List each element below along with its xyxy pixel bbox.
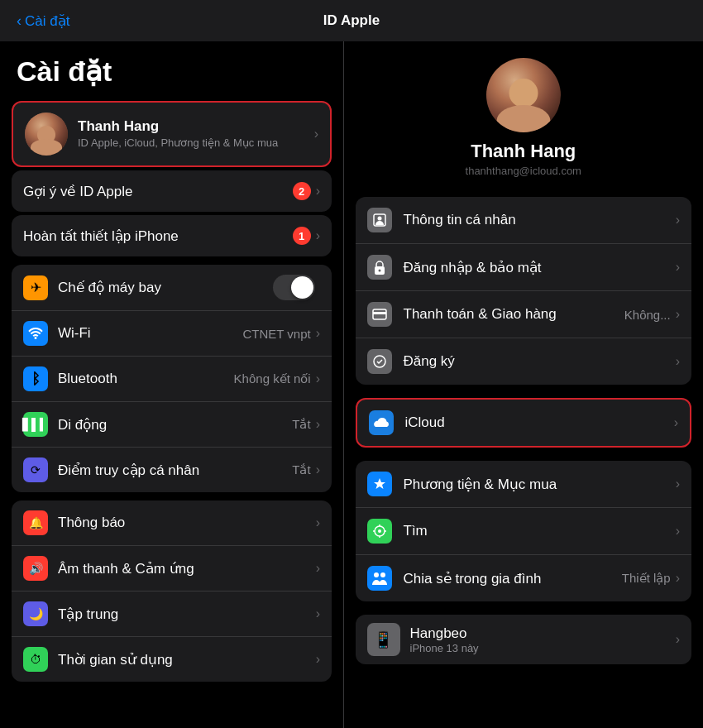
top-nav-bar: ‹ Cài đặt ID Apple: [0, 0, 703, 41]
icloud-chevron-icon: ›: [674, 415, 678, 430]
payment-label: Thanh toán & Giao hàng: [404, 306, 624, 323]
find-row[interactable]: Tìm ›: [356, 508, 692, 555]
notifications-group: 🔔 Thông báo › 🔊 Âm thanh & Cảm ứng › 🌙 T…: [12, 500, 332, 682]
subscription-row[interactable]: Đăng ký ›: [356, 338, 692, 385]
personal-info-label: Thông tin cá nhân: [404, 212, 676, 228]
airplane-row[interactable]: ✈ Chế độ máy bay: [12, 265, 332, 311]
media-row[interactable]: Phương tiện & Mục mua ›: [356, 461, 692, 508]
appstore-icon: [367, 472, 392, 496]
suggestion-row[interactable]: Gợi ý về ID Apple 2 ›: [12, 170, 332, 212]
page-title: Cài đặt: [0, 55, 343, 101]
icloud-icon: [369, 410, 394, 435]
services-section: Phương tiện & Mục mua › Tìm ›: [356, 461, 692, 601]
subscribe-svg: [372, 354, 387, 369]
bluetooth-value: Không kết nối: [234, 371, 311, 386]
setup-label: Hoàn tất thiết lập iPhone: [23, 228, 293, 245]
svg-point-1: [377, 217, 381, 221]
notification-label: Thông báo: [58, 515, 316, 531]
device-model: iPhone 13 này: [410, 642, 676, 654]
media-chevron-icon: ›: [676, 477, 680, 491]
screentime-icon: ⏱: [23, 647, 48, 672]
wifi-icon: [23, 321, 48, 346]
login-security-chevron-icon: ›: [676, 260, 680, 275]
hotspot-icon: ⟳: [23, 457, 48, 482]
find-icon: [367, 519, 392, 544]
hotspot-row[interactable]: ⟳ Điểm truy cập cá nhân Tắt ›: [12, 448, 332, 492]
setup-row[interactable]: Hoàn tất thiết lập iPhone 1 ›: [12, 215, 332, 256]
cellular-value: Tắt: [292, 417, 310, 432]
profile-subtitle: ID Apple, iCloud, Phương tiện & Mục mua: [78, 136, 314, 151]
subscription-chevron-icon: ›: [676, 354, 680, 369]
back-label: Cài đặt: [25, 12, 69, 30]
setup-chevron-icon: ›: [316, 228, 320, 243]
bluetooth-row[interactable]: ᛒ Bluetooth Không kết nối ›: [12, 357, 332, 402]
person-svg: [372, 213, 387, 228]
wifi-svg: [28, 326, 43, 341]
cellular-row[interactable]: ▋▌▍ Di động Tắt ›: [12, 402, 332, 448]
focus-label: Tập trung: [58, 606, 316, 623]
setup-badge: 1: [293, 227, 311, 245]
wifi-row[interactable]: Wi-Fi CTNET vnpt ›: [12, 311, 332, 357]
svg-point-3: [378, 270, 380, 272]
find-svg: [372, 524, 387, 539]
suggestion-badge: 2: [293, 182, 311, 200]
sound-icon: 🔊: [23, 556, 48, 581]
right-profile-email: thanhthang@icloud.com: [466, 165, 581, 177]
cellular-chevron-icon: ›: [316, 417, 320, 432]
card-icon: [367, 302, 392, 327]
back-button[interactable]: ‹ Cài đặt: [17, 12, 69, 30]
screentime-row[interactable]: ⏱ Thời gian sử dụng ›: [12, 637, 332, 682]
lock-svg: [373, 260, 386, 275]
subscribe-icon: [367, 349, 392, 374]
bluetooth-label: Bluetooth: [58, 371, 234, 387]
icloud-row[interactable]: iCloud ›: [357, 400, 691, 446]
subscription-label: Đăng ký: [404, 353, 676, 370]
icloud-svg: [372, 416, 390, 429]
svg-point-10: [380, 572, 385, 577]
notification-chevron-icon: ›: [316, 515, 320, 530]
nav-title: ID Apple: [323, 12, 380, 29]
family-label: Chia sẻ trong gia đình: [404, 570, 622, 587]
airplane-toggle[interactable]: [273, 275, 315, 300]
profile-name: Thanh Hang: [78, 118, 314, 135]
family-icon: [367, 566, 392, 591]
icloud-label: iCloud: [405, 414, 674, 431]
svg-point-8: [378, 529, 381, 533]
login-security-row[interactable]: Đăng nhập & bảo mật ›: [356, 244, 692, 291]
focus-icon: 🌙: [23, 601, 48, 626]
personal-info-row[interactable]: Thông tin cá nhân ›: [356, 197, 692, 244]
main-content: Cài đặt Thanh Hang ID Apple, iCloud, Phư…: [0, 41, 703, 728]
family-value: Thiết lập: [622, 571, 671, 586]
personal-section: Thông tin cá nhân › Đăng nhập & bảo mật …: [356, 197, 692, 385]
card-svg: [372, 309, 387, 320]
hotspot-label: Điểm truy cập cá nhân: [58, 462, 292, 479]
wifi-value: CTNET vnpt: [242, 327, 310, 341]
login-security-label: Đăng nhập & bảo mật: [404, 259, 676, 276]
payment-chevron-icon: ›: [676, 307, 680, 322]
wifi-label: Wi-Fi: [58, 325, 242, 342]
sound-label: Âm thanh & Cảm ứng: [58, 560, 316, 577]
bluetooth-chevron-icon: ›: [316, 371, 320, 386]
right-profile-name: Thanh Hang: [471, 141, 576, 162]
device-chevron-icon: ›: [676, 632, 680, 647]
focus-row[interactable]: 🌙 Tập trung ›: [12, 592, 332, 637]
bluetooth-icon: ᛒ: [23, 366, 48, 391]
hotspot-chevron-icon: ›: [316, 462, 320, 477]
device-icon: 📱: [367, 623, 400, 656]
profile-row[interactable]: Thanh Hang ID Apple, iCloud, Phương tiện…: [12, 101, 332, 167]
wifi-chevron-icon: ›: [316, 326, 320, 341]
appstore-svg: [372, 477, 387, 491]
family-svg: [371, 571, 388, 586]
suggestion-chevron-icon: ›: [316, 184, 320, 199]
device-row[interactable]: 📱 Hangbeo iPhone 13 này ›: [356, 615, 692, 664]
sound-chevron-icon: ›: [316, 561, 320, 576]
find-label: Tìm: [404, 523, 676, 539]
device-name: Hangbeo: [410, 625, 676, 642]
avatar: [25, 113, 68, 156]
notification-row[interactable]: 🔔 Thông báo ›: [12, 500, 332, 546]
sound-row[interactable]: 🔊 Âm thanh & Cảm ứng ›: [12, 546, 332, 592]
airplane-icon: ✈: [23, 275, 48, 300]
profile-chevron-icon: ›: [314, 127, 318, 141]
family-row[interactable]: Chia sẻ trong gia đình Thiết lập ›: [356, 555, 692, 601]
payment-row[interactable]: Thanh toán & Giao hàng Không... ›: [356, 291, 692, 338]
